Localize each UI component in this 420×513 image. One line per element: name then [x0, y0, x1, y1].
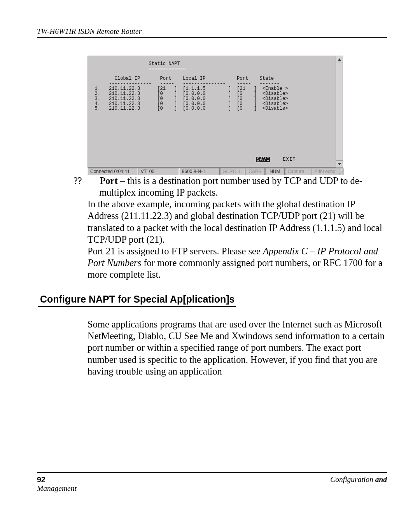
status-caps: CAPS: [245, 168, 265, 175]
exit-button[interactable]: EXIT: [283, 157, 296, 162]
status-num: NUM: [265, 168, 285, 175]
status-capture: Capture: [285, 168, 312, 175]
chevron-down-icon: [338, 163, 341, 165]
terminal-screenshot: Static NAPT ============= Global IP Port…: [88, 56, 344, 175]
scroll-down-button[interactable]: [336, 160, 343, 167]
chevron-up-icon: [338, 58, 341, 61]
page-number: 92: [37, 475, 46, 484]
para-ftp: Port 21 is assigned to FTP servers. Plea…: [88, 245, 388, 280]
status-bar: Connected 0:04:41 VT100 9600 8-N-1 SCROL…: [88, 168, 342, 175]
status-connected: Connected 0:04:41: [88, 168, 138, 175]
resize-grip-icon[interactable]: [342, 168, 344, 175]
save-button[interactable]: SAVE: [256, 157, 270, 162]
status-serial: 9600 8-N-1: [179, 168, 220, 175]
scroll-up-button[interactable]: [336, 56, 343, 63]
terminal-content: Static NAPT ============= Global IP Port…: [92, 61, 332, 111]
page-footer: 92 Management Configuration and: [37, 472, 387, 493]
running-header: TW-H6W1IR ISDN Remote Router: [37, 27, 387, 38]
status-emulation: VT100: [138, 168, 179, 175]
scrollbar[interactable]: [336, 56, 343, 168]
scrollbar-track[interactable]: [336, 63, 343, 160]
status-printecho: Print echo: [312, 168, 342, 175]
section-heading: Configure NAPT for Special Ap[plication]…: [38, 294, 236, 307]
bullet-port: ?? Port – this is a destination port num…: [88, 175, 388, 198]
status-scroll: SCROLL: [220, 168, 245, 175]
para-example: In the above example, incoming packets w…: [88, 198, 388, 245]
para-applications: Some applications programs that are used…: [88, 319, 388, 377]
